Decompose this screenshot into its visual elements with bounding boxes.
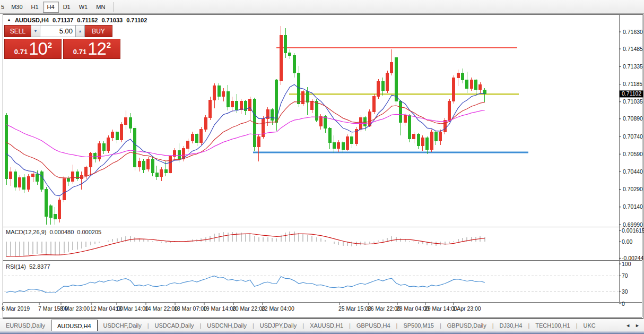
pane-frames bbox=[3, 15, 642, 318]
svg-text:13 Mar 14:00: 13 Mar 14:00 bbox=[116, 305, 149, 312]
spin-down-icon: ▼ bbox=[34, 29, 38, 33]
macd-axis[interactable]: 0.0016150.00-0.002443 bbox=[619, 227, 644, 261]
svg-text:0.70890: 0.70890 bbox=[623, 115, 643, 122]
rsi-line bbox=[6, 276, 485, 293]
svg-text:19 Mar 14:00: 19 Mar 14:00 bbox=[203, 305, 236, 312]
macd-label-row: MACD(12,26,9) 0.000480 0.000205 bbox=[6, 229, 101, 235]
low-value: 0.71033 bbox=[101, 17, 123, 23]
svg-text:26 Mar 22:00: 26 Mar 22:00 bbox=[368, 305, 401, 312]
chart-tab-eurusd-daily[interactable]: EURUSD,Daily bbox=[0, 319, 51, 331]
rsi-level-lines bbox=[4, 276, 619, 292]
macd-value: 0.000480 bbox=[49, 229, 74, 235]
svg-text:0.70590: 0.70590 bbox=[623, 151, 643, 157]
sell-button[interactable]: SELL bbox=[4, 25, 31, 37]
open-value: 0.71137 bbox=[53, 17, 73, 23]
one-click-trading-panel: SELL ▼ ▲ BUY 0.71 10 2 0.71 12 2 bbox=[4, 25, 122, 59]
chart-tab-ukc[interactable]: UKC bbox=[578, 319, 602, 331]
rsi-name: RSI(14) bbox=[6, 263, 26, 270]
svg-text:0.71185: 0.71185 bbox=[623, 81, 642, 87]
chart-tab-dj30-h4[interactable]: DJ30,H4 bbox=[494, 319, 528, 331]
svg-text:0.71485: 0.71485 bbox=[623, 46, 643, 52]
volume-increase-button[interactable]: ▲ bbox=[75, 25, 85, 37]
close-value: 0.71102 bbox=[126, 17, 147, 23]
svg-text:25 Mar 15:00: 25 Mar 15:00 bbox=[338, 305, 371, 312]
chart-tab-tech100-h1[interactable]: TECH100,H1 bbox=[529, 319, 576, 331]
chart-tab-sp500-m15[interactable]: SP500,M15 bbox=[397, 319, 439, 331]
sell-price-point: 2 bbox=[48, 40, 52, 49]
sell-price-prefix: 0.71 bbox=[14, 48, 28, 56]
svg-text:0: 0 bbox=[622, 301, 625, 307]
svg-text:0.001615: 0.001615 bbox=[622, 227, 644, 234]
rsi-axis[interactable]: 10070300 bbox=[619, 261, 631, 307]
svg-text:1 Apr 23:00: 1 Apr 23:00 bbox=[452, 305, 481, 312]
chart-tab-usdchf-daily[interactable]: USDCHF,Daily bbox=[98, 319, 147, 331]
svg-text:0.71035: 0.71035 bbox=[623, 98, 643, 105]
svg-text:18 Mar 07:00: 18 Mar 07:00 bbox=[174, 305, 207, 312]
svg-text:0.00: 0.00 bbox=[622, 238, 633, 245]
svg-text:100: 100 bbox=[622, 261, 631, 267]
symbol-ohlc-header: ▲ AUDUSD,H4 0.71137 0.71152 0.71033 0.71… bbox=[7, 17, 147, 23]
tab-scroll-left-icon[interactable]: ◄ bbox=[625, 323, 630, 328]
svg-text:0.71335: 0.71335 bbox=[623, 63, 643, 70]
rsi-label-row: RSI(14) 52.8377 bbox=[6, 263, 50, 270]
svg-text:0.69990: 0.69990 bbox=[623, 221, 643, 228]
svg-text:0.71102: 0.71102 bbox=[622, 90, 641, 97]
volume-input[interactable] bbox=[40, 25, 75, 37]
buy-price-point: 2 bbox=[107, 40, 111, 49]
buy-button[interactable]: BUY bbox=[85, 25, 112, 37]
svg-text:20 Mar 22:00: 20 Mar 22:00 bbox=[232, 305, 265, 312]
buy-price-button[interactable]: 0.71 12 2 bbox=[63, 39, 120, 59]
chart-tab-xauusd-h1[interactable]: XAUUSD,H1 bbox=[304, 319, 349, 331]
svg-text:8 Mar 23:00: 8 Mar 23:00 bbox=[60, 305, 90, 312]
sell-price-pips: 10 bbox=[29, 39, 47, 59]
chart-tab-usdjpy-daily[interactable]: USDJPY,Daily bbox=[254, 319, 303, 331]
svg-text:22 Mar 04:00: 22 Mar 04:00 bbox=[262, 305, 294, 312]
chart-tab-bar: EURUSD,DailyAUDUSD,H4USDCHF,Daily|USDCAD… bbox=[0, 319, 644, 331]
symbol-label: AUDUSD,H4 bbox=[15, 17, 49, 23]
macd-name: MACD(12,26,9) bbox=[6, 229, 46, 235]
chart-tab-gbpusd-daily[interactable]: GBPUSD,Daily bbox=[441, 319, 492, 331]
svg-text:0.70290: 0.70290 bbox=[623, 186, 643, 192]
sell-price-button[interactable]: 0.71 10 2 bbox=[4, 39, 62, 59]
high-value: 0.71152 bbox=[77, 17, 98, 23]
ma-slow-line bbox=[6, 110, 485, 157]
macd-signal-value: 0.000205 bbox=[77, 229, 101, 235]
chart-tab-audusd-h4[interactable]: AUDUSD,H4 bbox=[51, 320, 98, 331]
buy-price-pips: 12 bbox=[88, 39, 106, 59]
tab-scroll-arrows: ◄► bbox=[625, 319, 644, 331]
tab-scroll-right-icon[interactable]: ► bbox=[635, 323, 640, 328]
price-axis[interactable]: 0.716300.714850.713350.711850.710350.708… bbox=[619, 29, 643, 228]
svg-text:6 Mar 2019: 6 Mar 2019 bbox=[2, 305, 30, 312]
volume-decrease-button[interactable]: ▼ bbox=[31, 25, 40, 37]
collapse-panel-icon[interactable]: ▲ bbox=[7, 18, 11, 24]
rsi-value: 52.8377 bbox=[29, 263, 50, 270]
svg-text:0.70440: 0.70440 bbox=[623, 168, 643, 175]
svg-text:30: 30 bbox=[622, 288, 628, 295]
buy-price-prefix: 0.71 bbox=[73, 48, 86, 56]
window-bottom-edge bbox=[0, 331, 644, 334]
svg-text:70: 70 bbox=[622, 272, 628, 279]
time-axis[interactable]: 6 Mar 20197 Mar 15:008 Mar 23:0012 Mar 0… bbox=[2, 303, 481, 312]
chart-tab-usdcad-daily[interactable]: USDCAD,Daily bbox=[149, 319, 200, 331]
svg-text:0.70140: 0.70140 bbox=[623, 203, 643, 210]
chart-tab-gbpusd-h4[interactable]: GBPUSD,H4 bbox=[351, 319, 396, 331]
svg-text:0.70740: 0.70740 bbox=[623, 133, 643, 140]
chart-tab-usdcnh-daily[interactable]: USDCNH,Daily bbox=[201, 319, 253, 331]
spin-up-icon: ▲ bbox=[79, 29, 82, 33]
svg-text:0.71630: 0.71630 bbox=[623, 29, 643, 35]
svg-text:14 Mar 22:00: 14 Mar 22:00 bbox=[145, 305, 178, 312]
